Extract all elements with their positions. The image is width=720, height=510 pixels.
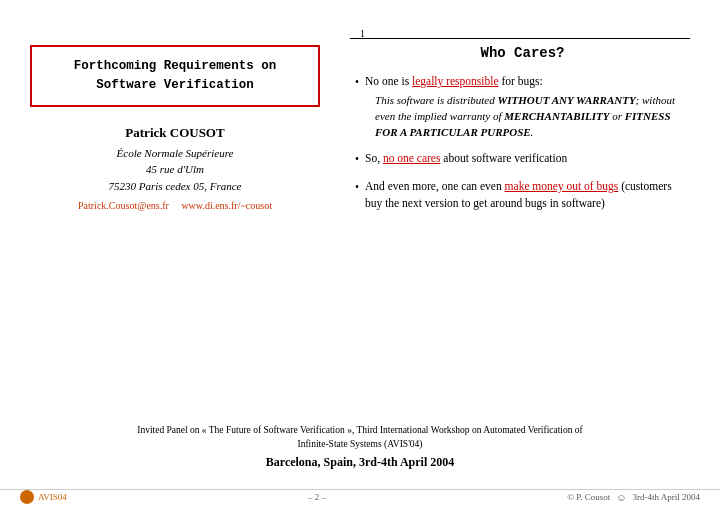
footer-line1: Invited Panel on « The Future of Softwar… xyxy=(137,425,583,435)
author-website[interactable]: www.di.ens.fr/~cousot xyxy=(181,200,272,211)
bottom-date: 3rd-4th April 2004 xyxy=(632,492,700,502)
no-one-cares: no one cares xyxy=(383,152,440,164)
smiley-icon: ☺ xyxy=(616,492,626,503)
author-name: Patrick COUSOT xyxy=(30,125,320,141)
bullet-content-2: So, no one cares about software verifica… xyxy=(365,150,690,167)
bullet-1-main: No one is legally responsible for bugs: xyxy=(365,75,543,87)
title-line1: Forthcoming Requirements on xyxy=(74,59,277,73)
author-first-name: Patrick xyxy=(125,125,166,140)
bottom-logo-label: AVIS04 xyxy=(38,492,67,502)
bottom-bar-center: – 2 – xyxy=(308,492,326,502)
bullet-content-1: No one is legally responsible for bugs: … xyxy=(365,73,690,140)
make-money: make money out of bugs xyxy=(505,180,619,192)
right-column: Who Cares? • No one is legally responsib… xyxy=(355,45,690,222)
page-number-top: 1 xyxy=(360,28,365,39)
avis-logo-icon xyxy=(20,490,34,504)
underline-legally: legally responsible xyxy=(412,75,499,87)
bullet-dot-2: • xyxy=(355,151,359,168)
left-column: Forthcoming Requirements on Software Ver… xyxy=(30,45,320,221)
author-section: Patrick COUSOT École Normale Supérieure … xyxy=(30,125,320,212)
affiliation-line3: 75230 Paris cedex 05, France xyxy=(109,180,242,192)
title-line2: Software Verification xyxy=(96,78,254,92)
bottom-bar: AVIS04 – 2 – © P. Cousot ☺ 3rd-4th April… xyxy=(0,489,720,504)
author-links: Patrick.Cousot@ens.fr www.di.ens.fr/~cou… xyxy=(30,200,320,211)
bullet-content-3: And even more, one can even make money o… xyxy=(365,178,690,211)
affiliation-line2: 45 rue d'Ulm xyxy=(146,163,204,175)
bottom-page-number: – 2 – xyxy=(308,492,326,502)
footer-area: Invited Panel on « The Future of Softwar… xyxy=(30,423,690,471)
bottom-copyright: © P. Cousot xyxy=(567,492,610,502)
author-email[interactable]: Patrick.Cousot@ens.fr xyxy=(78,200,169,211)
affiliation-line1: École Normale Supérieure xyxy=(117,147,234,159)
author-affiliation: École Normale Supérieure 45 rue d'Ulm 75… xyxy=(30,145,320,195)
section-title: Who Cares? xyxy=(355,45,690,61)
title-box: Forthcoming Requirements on Software Ver… xyxy=(30,45,320,107)
top-divider xyxy=(350,38,690,39)
author-last-name: COUSOT xyxy=(170,125,225,140)
bullet-item-2: • So, no one cares about software verifi… xyxy=(355,150,690,168)
bottom-bar-left: AVIS04 xyxy=(20,490,67,504)
bullet-item-3: • And even more, one can even make money… xyxy=(355,178,690,211)
title-text: Forthcoming Requirements on Software Ver… xyxy=(46,57,304,95)
footer-panel-text: Invited Panel on « The Future of Softwar… xyxy=(30,423,690,452)
footer-line2: Infinite-State Systems (AVIS'04) xyxy=(297,439,422,449)
footer-location: Barcelona, Spain, 3rd-4th April 2004 xyxy=(30,455,690,470)
page: 1 Forthcoming Requirements on Software V… xyxy=(0,0,720,510)
bullet-dot-3: • xyxy=(355,179,359,196)
bullet-list: • No one is legally responsible for bugs… xyxy=(355,73,690,212)
bullet-dot-1: • xyxy=(355,74,359,91)
bottom-bar-right-group: © P. Cousot ☺ 3rd-4th April 2004 xyxy=(567,492,700,503)
bullet-item-1: • No one is legally responsible for bugs… xyxy=(355,73,690,140)
bullet-1-sub: This software is distributed WITHOUT ANY… xyxy=(375,93,690,141)
